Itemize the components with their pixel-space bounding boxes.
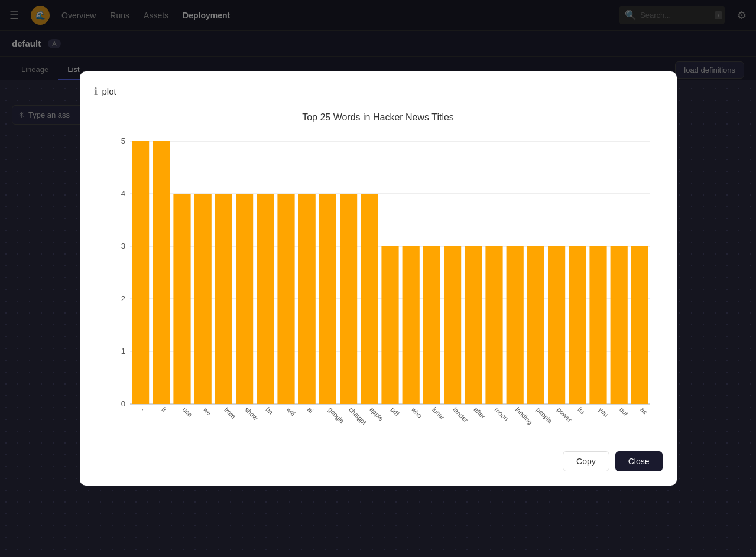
svg-text:show: show (244, 406, 259, 422)
svg-rect-21 (215, 194, 232, 404)
svg-rect-13 (132, 141, 149, 404)
svg-rect-43 (444, 246, 461, 404)
svg-text:we: we (202, 405, 213, 416)
svg-text:landing: landing (514, 406, 534, 426)
svg-text:ai: ai (306, 406, 314, 415)
svg-rect-37 (381, 246, 398, 404)
svg-text:after: after (472, 406, 486, 420)
chart-container: Top 25 Words in Hacker News Titles 01234… (94, 106, 663, 439)
svg-text:who: who (410, 405, 423, 419)
svg-text:2: 2 (121, 294, 125, 303)
svg-text:as: as (638, 406, 648, 416)
close-button[interactable]: Close (615, 451, 663, 471)
svg-rect-59 (610, 246, 627, 404)
svg-text:will: will (284, 405, 296, 417)
svg-rect-55 (569, 246, 586, 404)
svg-rect-15 (153, 141, 170, 404)
svg-rect-61 (631, 246, 648, 404)
svg-rect-49 (506, 246, 523, 404)
svg-text:you: you (597, 406, 609, 418)
svg-text:4: 4 (121, 189, 125, 198)
svg-rect-27 (277, 194, 294, 404)
svg-rect-47 (485, 246, 502, 404)
svg-text:from: from (222, 406, 236, 420)
bar-chart-svg: 012345-itusewefromshowhnwillaigooglechat… (100, 132, 656, 439)
svg-rect-17 (173, 194, 190, 404)
svg-text:chatgpt: chatgpt (348, 406, 368, 426)
info-icon: ℹ (94, 86, 98, 97)
svg-text:google: google (326, 406, 345, 425)
svg-text:1: 1 (121, 347, 125, 356)
svg-text:out: out (618, 406, 629, 417)
copy-button[interactable]: Copy (563, 451, 609, 471)
svg-text:moon: moon (493, 406, 510, 422)
svg-text:use: use (181, 406, 193, 418)
svg-rect-25 (257, 194, 274, 404)
svg-text:5: 5 (121, 136, 125, 145)
svg-text:3: 3 (121, 242, 125, 250)
svg-rect-39 (402, 246, 419, 404)
svg-rect-35 (361, 194, 378, 404)
svg-text:-: - (139, 406, 146, 412)
svg-text:its: its (576, 406, 586, 416)
modal-footer: Copy Close (94, 439, 663, 471)
svg-rect-53 (548, 246, 565, 404)
modal-header: ℹ plot (94, 86, 663, 97)
chart-title: Top 25 Words in Hacker News Titles (100, 112, 657, 123)
svg-rect-29 (298, 194, 315, 404)
modal-backdrop: ℹ plot Top 25 Words in Hacker News Title… (0, 0, 756, 557)
svg-rect-57 (589, 246, 606, 404)
svg-rect-31 (319, 194, 336, 404)
svg-text:lunar: lunar (430, 406, 446, 421)
svg-text:it: it (160, 406, 167, 413)
svg-rect-51 (527, 246, 544, 404)
svg-text:apple: apple (368, 406, 385, 422)
svg-text:hn: hn (264, 406, 274, 416)
svg-text:lander: lander (452, 406, 469, 424)
svg-rect-45 (465, 246, 482, 404)
svg-rect-41 (423, 246, 440, 404)
svg-rect-23 (236, 194, 253, 404)
svg-text:power: power (556, 406, 573, 424)
svg-text:0: 0 (121, 399, 125, 408)
svg-rect-19 (194, 194, 211, 404)
svg-text:pdf: pdf (389, 406, 401, 418)
svg-rect-33 (340, 194, 357, 404)
chart-area: 012345-itusewefromshowhnwillaigooglechat… (100, 132, 656, 439)
svg-text:people: people (534, 406, 553, 425)
modal-title: plot (102, 86, 116, 96)
plot-modal: ℹ plot Top 25 Words in Hacker News Title… (80, 71, 677, 486)
